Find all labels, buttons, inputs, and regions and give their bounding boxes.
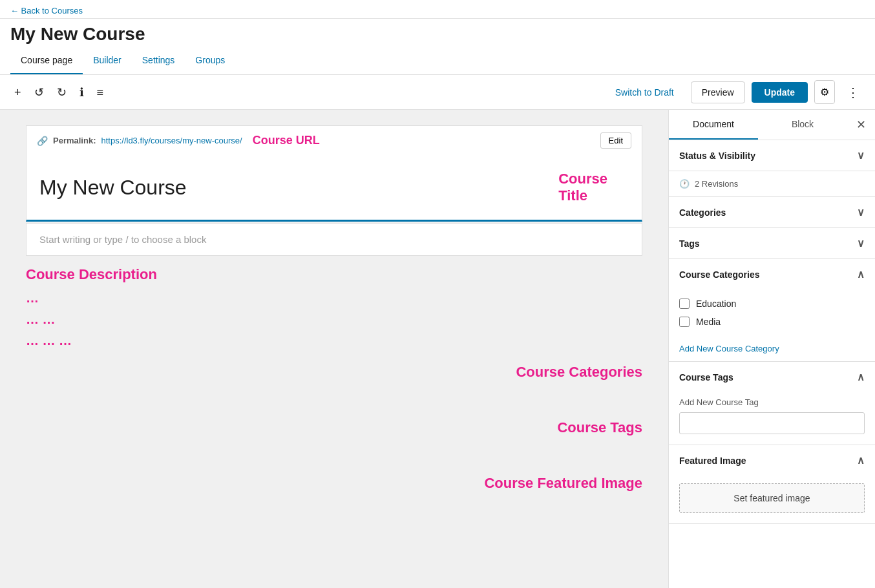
course-categories-annotation: Course Categories (26, 364, 642, 381)
categories-chevron: ∨ (857, 206, 865, 218)
tab-course-page[interactable]: Course page (10, 47, 83, 74)
gear-icon: ⚙ (820, 86, 829, 98)
categories-header[interactable]: Categories ∨ (669, 197, 875, 227)
redo-button[interactable]: ↻ (53, 83, 70, 102)
sidebar-tab-block[interactable]: Block (758, 110, 847, 140)
description-section: Course Description … … … … … … (26, 266, 642, 348)
course-tags-annotation: Course Tags (26, 419, 642, 436)
tags-chevron: ∨ (857, 237, 865, 249)
tags-section: Tags ∨ (669, 228, 875, 259)
info-button[interactable]: ℹ (76, 83, 88, 102)
status-visibility-header[interactable]: Status & Visibility ∨ (669, 140, 875, 171)
course-title-annotation: Course Title (558, 171, 629, 204)
dot-row-2: … … (26, 312, 642, 327)
tab-builder[interactable]: Builder (83, 47, 132, 74)
course-tag-input[interactable] (679, 412, 865, 434)
course-categories-header[interactable]: Course Categories ∧ (669, 259, 875, 289)
info-icon: ℹ (79, 87, 84, 98)
sidebar-close-button[interactable]: ✕ (847, 111, 875, 138)
category-item-media[interactable]: Media (679, 313, 865, 331)
more-options-button[interactable]: ⋮ (841, 82, 865, 103)
list-icon: ≡ (97, 87, 104, 98)
course-title-input[interactable] (39, 176, 545, 200)
toolbar: + ↺ ↻ ℹ ≡ Switch to Draft Preview Update… (0, 75, 875, 110)
course-categories-chevron: ∧ (857, 268, 865, 280)
course-tags-section: Course Tags ∧ Add New Course Tag (669, 362, 875, 445)
dot-1: … (26, 291, 39, 305)
status-visibility-section: Status & Visibility ∨ (669, 140, 875, 171)
add-tag-label: Add New Course Tag (679, 397, 865, 407)
undo-button[interactable]: ↺ (30, 83, 48, 102)
tab-groups[interactable]: Groups (185, 47, 235, 74)
external-link-icon: Course URL (253, 134, 320, 147)
categories-label: Categories (679, 207, 726, 218)
set-featured-image-button[interactable]: Set featured image (679, 483, 865, 513)
back-to-courses-link[interactable]: ← Back to Courses (10, 6, 83, 16)
revisions-row[interactable]: 🕐 2 Revisions (669, 171, 875, 197)
featured-image-label: Featured Image (679, 456, 746, 466)
undo-icon: ↺ (34, 87, 44, 98)
course-tags-chevron: ∧ (857, 371, 865, 383)
tabs-row: Course page Builder Settings Groups (0, 47, 875, 75)
more-icon: ⋮ (847, 85, 859, 100)
page-title: My New Course (0, 19, 875, 45)
tags-label: Tags (679, 238, 700, 249)
category-list: Education Media (669, 289, 875, 339)
dot-row-3: … … … (26, 333, 642, 348)
write-placeholder-text: Start writing or type / to choose a bloc… (39, 234, 206, 245)
permalink-bar: 🔗 Permalink: https://ld3.fly/courses/my-… (26, 125, 642, 155)
tab-settings[interactable]: Settings (132, 47, 185, 74)
status-visibility-chevron: ∨ (857, 149, 865, 162)
featured-image-header[interactable]: Featured Image ∧ (669, 445, 875, 476)
featured-image-section: Featured Image ∧ Set featured image (669, 445, 875, 524)
course-tags-label: Course Tags (679, 372, 733, 383)
toolbar-right: Switch to Draft Preview Update ⚙ ⋮ (605, 80, 865, 104)
featured-image-chevron: ∧ (857, 454, 865, 467)
course-categories-section: Course Categories ∧ Education Media Add … (669, 259, 875, 362)
featured-image-body: Set featured image (669, 476, 875, 523)
course-categories-label: Course Categories (679, 269, 759, 280)
course-featured-image-annotation: Course Featured Image (26, 475, 642, 492)
editor-area: 🔗 Permalink: https://ld3.fly/courses/my-… (0, 110, 668, 588)
course-tags-body: Add New Course Tag (669, 392, 875, 445)
permalink-edit-button[interactable]: Edit (600, 132, 631, 149)
sidebar-tab-document[interactable]: Document (669, 110, 758, 140)
category-label-media: Media (696, 317, 721, 327)
switch-to-draft-button[interactable]: Switch to Draft (605, 82, 684, 103)
update-button[interactable]: Update (752, 82, 808, 103)
course-tags-header[interactable]: Course Tags ∧ (669, 362, 875, 392)
title-block: Course Title (26, 155, 642, 222)
categories-section: Categories ∨ (669, 197, 875, 228)
toolbar-left: + ↺ ↻ ℹ ≡ (10, 83, 605, 102)
revisions-clock-icon: 🕐 (679, 179, 690, 189)
main-layout: 🔗 Permalink: https://ld3.fly/courses/my-… (0, 110, 875, 588)
write-block[interactable]: Start writing or type / to choose a bloc… (26, 223, 642, 256)
permalink-label: Permalink: (53, 136, 96, 145)
add-block-button[interactable]: + (10, 83, 25, 102)
list-view-button[interactable]: ≡ (93, 83, 108, 102)
course-description-annotation: Course Description (26, 266, 642, 283)
top-bar: ← Back to Courses (0, 0, 875, 19)
dot-3: … … … (26, 333, 72, 348)
sidebar: Document Block ✕ Status & Visibility ∨ 🕐… (668, 110, 875, 588)
tags-header[interactable]: Tags ∨ (669, 228, 875, 258)
category-checkbox-education[interactable] (679, 299, 690, 309)
category-label-education: Education (696, 299, 736, 309)
permalink-url-link[interactable]: https://ld3.fly/courses/my-new-course/ (101, 136, 242, 145)
preview-button[interactable]: Preview (691, 81, 745, 103)
category-checkbox-media[interactable] (679, 317, 690, 327)
status-visibility-label: Status & Visibility (679, 151, 755, 161)
plus-icon: + (14, 87, 21, 98)
settings-button[interactable]: ⚙ (814, 80, 835, 104)
title-annotation-row: Course Title (39, 171, 629, 204)
link-icon: 🔗 (37, 136, 48, 146)
dot-2: … … (26, 312, 56, 326)
redo-icon: ↻ (57, 87, 67, 98)
revisions-label: 2 Revisions (695, 179, 738, 189)
sidebar-header: Document Block ✕ (669, 110, 875, 140)
category-item-education[interactable]: Education (679, 295, 865, 313)
add-course-category-link[interactable]: Add New Course Category (669, 339, 875, 361)
dot-row-1: … (26, 291, 642, 306)
